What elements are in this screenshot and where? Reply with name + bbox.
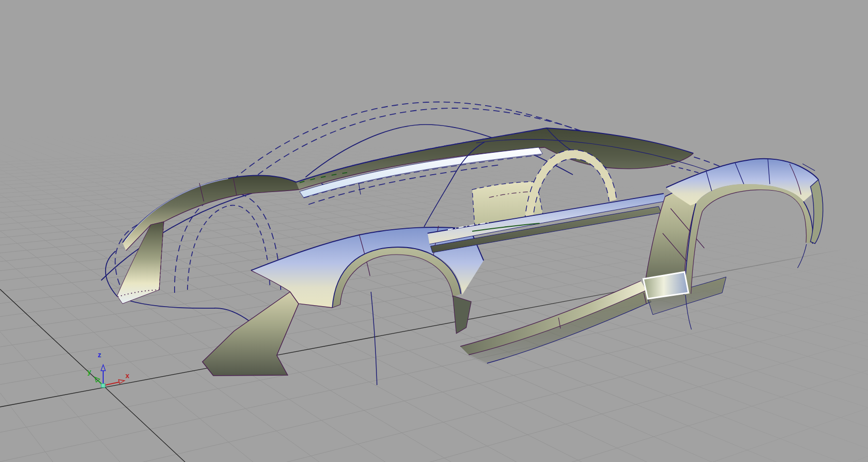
rocker-upper-surface	[460, 281, 646, 355]
y-axis-label: y	[87, 368, 91, 375]
origin-point-marker	[101, 384, 105, 388]
x-axis-arrowhead	[119, 380, 124, 384]
z-axis-label: z	[98, 351, 101, 358]
car-rear-wheel-arch[interactable]	[684, 180, 823, 330]
viewport-canvas[interactable]	[0, 0, 868, 462]
car-front-wheel-arch[interactable]	[332, 247, 461, 385]
z-axis-arrowhead	[101, 365, 106, 371]
front-wheel-cut-curve	[371, 292, 377, 385]
beltline-strip-surface	[428, 194, 667, 244]
axis-gizmo	[95, 365, 124, 388]
rocker-wedge-surface	[453, 296, 471, 333]
rear-arch-inner-edge	[691, 190, 806, 294]
x-axis-line	[105, 382, 119, 385]
x-axis-label: x	[125, 372, 129, 379]
cad-viewport[interactable]: x y z	[0, 0, 868, 462]
